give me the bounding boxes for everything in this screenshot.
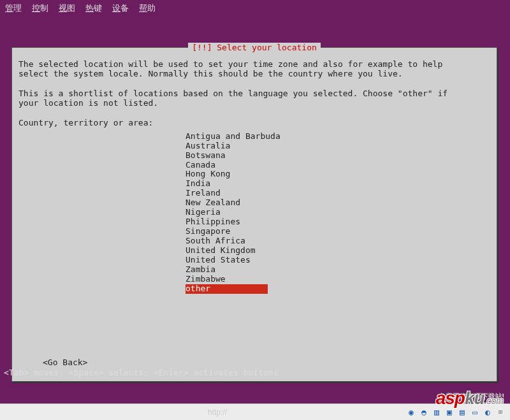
display-icon[interactable]: ▭ xyxy=(469,407,481,418)
location-item[interactable]: South Africa xyxy=(186,236,497,246)
location-item[interactable]: India xyxy=(186,179,497,189)
location-item[interactable]: Nigeria xyxy=(186,208,497,217)
mouse-icon[interactable]: ◐ xyxy=(482,407,493,418)
dialog-para2: This is a shortlist of locations based o… xyxy=(12,87,497,108)
shared-icon[interactable]: ▤ xyxy=(456,407,468,418)
menu-hotkeys[interactable]: 热键 xyxy=(85,3,102,13)
location-item[interactable]: Antigua and Barbuda xyxy=(186,132,497,141)
installer-screen: [!!] Select your location The selected l… xyxy=(0,15,510,398)
dialog-para1: The selected location will be used to se… xyxy=(12,57,497,79)
location-item[interactable]: Zambia xyxy=(186,265,497,275)
optical-icon[interactable]: ◓ xyxy=(418,407,430,418)
menu-control[interactable]: 控制 xyxy=(32,3,48,13)
vm-statusbar: http:// ◉ ◓ ▥ ▣ ▤ ▭ ◐ ⌧ xyxy=(0,403,510,420)
network-icon[interactable]: ▥ xyxy=(431,407,442,418)
location-item[interactable]: other xyxy=(186,284,268,294)
vm-menubar: 管理 控制 视图 热键 设备 帮助 xyxy=(0,0,510,15)
menu-devices[interactable]: 设备 xyxy=(112,3,129,13)
location-item[interactable]: Singapore xyxy=(186,227,497,236)
menu-manage[interactable]: 管理 xyxy=(5,3,22,13)
dialog-title: [!!] Select your location xyxy=(188,43,321,52)
menu-help[interactable]: 帮助 xyxy=(139,3,156,13)
location-list[interactable]: Antigua and BarbudaAustraliaBotswanaCana… xyxy=(12,128,497,294)
usb-icon[interactable]: ▣ xyxy=(444,407,455,418)
location-item[interactable]: Botswana xyxy=(186,151,497,161)
go-back-button[interactable]: <Go Back> xyxy=(43,358,87,367)
keyboard-hint: <Tab> moves; <Space> selects; <Enter> ac… xyxy=(4,368,278,377)
location-item[interactable]: United States xyxy=(186,256,497,265)
location-item[interactable]: Ireland xyxy=(186,189,497,198)
location-item[interactable]: Zimbabwe xyxy=(186,275,497,284)
location-item[interactable]: New Zealand xyxy=(186,198,497,208)
dialog-box: [!!] Select your location The selected l… xyxy=(11,47,497,382)
location-item[interactable]: Canada xyxy=(186,161,497,170)
faded-url: http:// xyxy=(208,408,227,417)
location-item[interactable]: Hong Kong xyxy=(186,170,497,179)
disk-icon[interactable]: ◉ xyxy=(405,407,417,418)
capture-icon[interactable]: ⌧ xyxy=(495,407,506,418)
menu-view[interactable]: 视图 xyxy=(59,3,75,13)
location-item[interactable]: Australia xyxy=(186,141,497,151)
location-item[interactable]: Philippines xyxy=(186,217,497,227)
dialog-prompt: Country, territory or area: xyxy=(12,116,497,128)
location-item[interactable]: United Kingdom xyxy=(186,246,497,256)
